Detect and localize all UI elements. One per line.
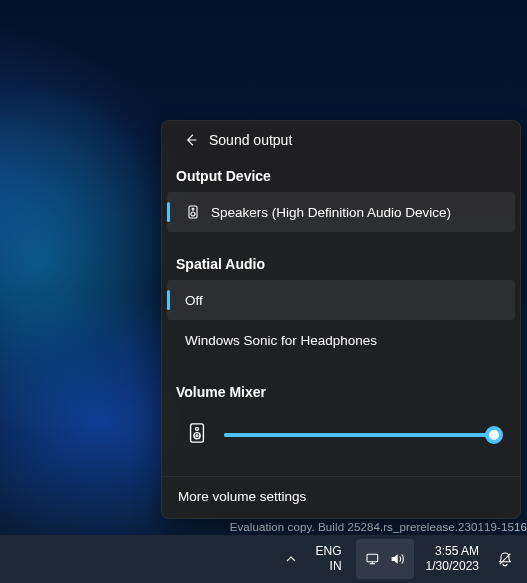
svg-point-2 [191,212,195,216]
taskbar-time: 3:55 AM [435,544,479,559]
svg-point-6 [196,435,198,437]
sound-output-flyout: Sound output Output Device Speakers (Hig… [161,120,521,519]
spatial-audio-heading: Spatial Audio [162,250,520,280]
desktop-background: Evaluation copy. Build 25284.rs_prerelea… [0,0,527,583]
svg-point-1 [192,208,194,210]
svg-point-5 [194,433,200,439]
language-indicator[interactable]: ENG IN [306,544,352,574]
clock-button[interactable]: 3:55 AM 1/30/2023 [418,544,487,574]
taskbar: ENG IN 3:55 AM 1/30/2023 [0,535,527,583]
evaluation-watermark: Evaluation copy. Build 25284.rs_prerelea… [230,521,527,533]
svg-point-4 [196,427,199,430]
language-line2: IN [330,559,342,574]
spatial-audio-off-label: Off [185,293,203,308]
mixer-speaker-icon [186,420,208,450]
network-icon [365,551,381,567]
output-device-option[interactable]: Speakers (High Definition Audio Device) [167,192,515,232]
speaker-device-icon [185,204,201,220]
output-device-label: Speakers (High Definition Audio Device) [211,205,451,220]
slider-thumb[interactable] [485,426,503,444]
flyout-header: Sound output [162,121,520,158]
flyout-body: Output Device Speakers (High Definition … [162,158,520,476]
spatial-audio-option-sonic[interactable]: Windows Sonic for Headphones [167,320,515,360]
language-line1: ENG [316,544,342,559]
volume-mixer-heading: Volume Mixer [162,378,520,408]
bell-dnd-icon [497,551,513,567]
more-volume-settings-link[interactable]: More volume settings [162,476,520,518]
notifications-button[interactable] [487,539,523,579]
volume-icon [389,551,405,567]
arrow-left-icon [183,132,199,148]
spatial-audio-sonic-label: Windows Sonic for Headphones [185,333,377,348]
more-volume-settings-label: More volume settings [178,489,306,504]
flyout-title: Sound output [209,132,292,148]
tray-overflow-button[interactable] [276,539,306,579]
spatial-audio-option-off[interactable]: Off [167,280,515,320]
output-device-heading: Output Device [162,162,520,192]
quick-settings-button[interactable] [356,539,414,579]
taskbar-date: 1/30/2023 [426,559,479,574]
back-button[interactable] [176,125,206,155]
master-volume-slider[interactable] [224,426,502,444]
slider-fill [224,433,494,437]
chevron-up-icon [283,551,299,567]
volume-mixer-row [162,408,520,468]
svg-rect-7 [367,554,378,561]
